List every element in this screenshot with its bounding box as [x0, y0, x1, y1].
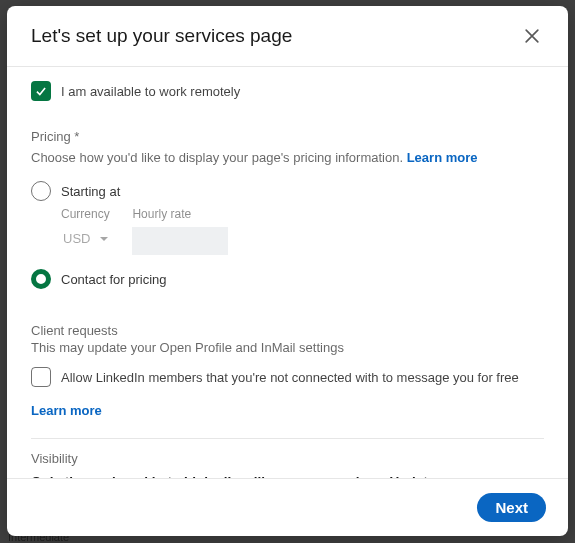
contact-pricing-option[interactable]: Contact for pricing	[31, 269, 544, 289]
pricing-sub-span: Choose how you'd like to display your pa…	[31, 150, 407, 165]
close-button[interactable]	[516, 20, 548, 52]
visibility-text: Only those signed in to LinkedIn will se…	[31, 472, 446, 478]
pricing-subtext: Choose how you'd like to display your pa…	[31, 150, 544, 165]
services-setup-modal: Let's set up your services page I am ava…	[7, 6, 568, 536]
modal-footer: Next	[7, 478, 568, 536]
modal-body[interactable]: I am available to work remotely Pricing …	[7, 67, 568, 478]
pricing-section: Pricing * Choose how you'd like to displ…	[31, 129, 544, 289]
pricing-heading: Pricing *	[31, 129, 544, 144]
allow-messages-row[interactable]: Allow LinkedIn members that you're not c…	[31, 367, 544, 387]
visibility-row: Only those signed in to LinkedIn will se…	[31, 472, 544, 478]
modal-title: Let's set up your services page	[31, 25, 292, 47]
visibility-section: Visibility Only those signed in to Linke…	[31, 451, 544, 478]
hourly-header: Hourly rate	[132, 207, 228, 221]
starting-at-option[interactable]: Starting at	[31, 181, 544, 201]
section-divider	[31, 438, 544, 439]
close-icon	[522, 26, 542, 46]
hourly-rate-input[interactable]	[132, 227, 228, 255]
remote-label: I am available to work remotely	[61, 84, 240, 99]
client-requests-section: Client requests This may update your Ope…	[31, 323, 544, 418]
currency-value: USD	[63, 231, 90, 246]
contact-pricing-radio[interactable]	[31, 269, 51, 289]
allow-messages-label: Allow LinkedIn members that you're not c…	[61, 370, 519, 385]
next-button[interactable]: Next	[477, 493, 546, 522]
remote-checkbox-row[interactable]: I am available to work remotely	[31, 81, 544, 101]
currency-header: Currency	[61, 207, 112, 221]
remote-checkbox[interactable]	[31, 81, 51, 101]
client-sub: This may update your Open Profile and In…	[31, 340, 544, 355]
currency-column: Currency USD	[61, 207, 112, 255]
currency-select[interactable]: USD	[61, 227, 112, 250]
allow-messages-checkbox[interactable]	[31, 367, 51, 387]
contact-pricing-label: Contact for pricing	[61, 272, 167, 287]
rate-inputs: Currency USD Hourly rate	[61, 207, 544, 255]
check-icon	[34, 84, 48, 98]
pricing-learn-more-link[interactable]: Learn more	[407, 150, 478, 165]
hourly-column: Hourly rate	[132, 207, 228, 255]
visibility-heading: Visibility	[31, 451, 544, 466]
client-heading: Client requests	[31, 323, 544, 338]
visibility-audience: All LinkedIn members	[466, 472, 544, 478]
modal-header: Let's set up your services page	[7, 6, 568, 67]
starting-at-radio[interactable]	[31, 181, 51, 201]
starting-at-label: Starting at	[61, 184, 120, 199]
client-learn-more-link[interactable]: Learn more	[31, 403, 102, 418]
chevron-down-icon	[98, 233, 110, 245]
